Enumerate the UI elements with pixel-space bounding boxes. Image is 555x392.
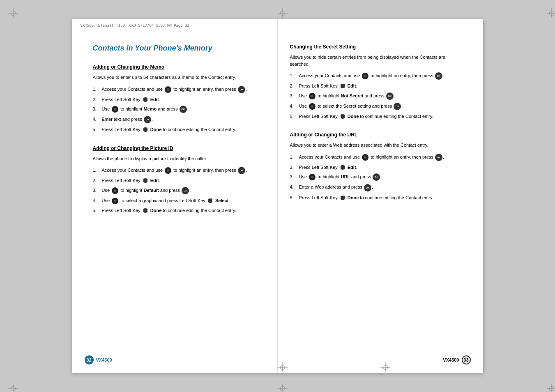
list-item: 1. Access your Contacts and use to highl… — [290, 72, 463, 80]
nav-icon — [309, 174, 315, 180]
section-picture-desc: Allows the phone to display a picture to… — [93, 155, 265, 162]
softkey-icon — [340, 114, 345, 120]
list-item: 5. Press Left Soft Key Done to continue … — [290, 113, 463, 120]
nav-icon — [165, 167, 171, 174]
right-column: Changing the Secret Setting Allows you t… — [278, 19, 483, 373]
list-item: 2. Press Left Soft Key Edit. — [93, 177, 265, 184]
section-memo-desc: Allows you to enter up to 64 characters … — [93, 74, 265, 81]
section-picture-id: Adding or Changing the Picture ID Allows… — [93, 145, 265, 214]
list-item: 1. Access your Contacts and use to highl… — [93, 86, 265, 93]
section-url: Adding or Changing the URL Allows you to… — [290, 132, 463, 201]
softkey-icon — [340, 83, 345, 89]
section-secret-desc: Allows you to hide certain entries from … — [290, 54, 463, 67]
page-title: Contacts in Your Phone's Memory — [93, 44, 265, 53]
ok-icon — [180, 106, 187, 113]
nav-icon — [362, 154, 368, 161]
list-item: 3. Use to highlight Not Secret and press… — [290, 92, 463, 100]
softkey-icon — [143, 178, 148, 184]
list-item: 4. Enter text and press . — [93, 116, 265, 123]
main-page: VX4500-(E)Small (1.3).QXD 8/17/04 5:07 P… — [72, 19, 483, 373]
ok-icon — [435, 72, 442, 80]
list-item: 3. Use to highlight Default and press . — [93, 187, 265, 194]
softkey-icon — [340, 165, 345, 171]
ok-icon — [238, 167, 245, 174]
ok-icon — [182, 187, 189, 194]
list-item: 2. Press Left Soft Key Edit. — [290, 164, 463, 171]
nav-icon — [309, 93, 315, 99]
list-item: 2. Press Left Soft Key Edit. — [290, 83, 463, 90]
list-item: 1. Access your Contacts and use to highl… — [93, 167, 265, 174]
ok-icon — [386, 92, 394, 100]
section-url-steps: 1. Access your Contacts and use to highl… — [290, 154, 463, 201]
list-item: 1. Access your Contacts and use to highl… — [290, 154, 463, 161]
right-page-label: VX4500 — [443, 357, 459, 362]
section-secret-title: Changing the Secret Setting — [290, 44, 463, 50]
section-memo-title: Adding or Changing the Memo — [93, 64, 265, 70]
section-secret-steps: 1. Access your Contacts and use to highl… — [290, 72, 463, 120]
ok-icon — [373, 173, 380, 181]
list-item: 4. Enter a Web address and press . — [290, 184, 463, 191]
nav-icon — [309, 103, 315, 110]
page-num-left: 32 VX4500 — [85, 355, 112, 364]
list-item: 5. Press Left Soft Key Done to continue … — [93, 126, 265, 133]
ok-icon — [394, 103, 401, 110]
list-item: 4. Use to select the Secret setting and … — [290, 103, 463, 110]
ok-icon — [364, 184, 371, 191]
list-item: 2. Press Left Soft Key Edit. — [93, 96, 265, 103]
ok-icon — [435, 154, 442, 161]
nav-icon — [112, 187, 118, 194]
section-url-title: Adding or Changing the URL — [290, 132, 463, 138]
nav-icon — [362, 73, 368, 79]
ok-icon — [238, 86, 245, 93]
left-column: Contacts in Your Phone's Memory Adding o… — [72, 19, 278, 373]
left-page-label: VX4500 — [96, 357, 112, 362]
page-num-right: VX4500 33 — [443, 355, 470, 364]
section-memo-steps: 1. Access your Contacts and use to highl… — [93, 86, 265, 133]
list-item: 3. Use to highlight URL and press . — [290, 173, 463, 181]
section-url-desc: Allows you to enter a Web address associ… — [290, 142, 463, 149]
nav-icon — [165, 86, 171, 93]
softkey-icon — [143, 208, 148, 214]
list-item: 5. Press Left Soft Key Done to continue … — [93, 207, 265, 214]
softkey-icon — [143, 97, 148, 103]
section-picture-steps: 1. Access your Contacts and use to highl… — [93, 167, 265, 214]
list-item: 4. Use to select a graphic and press Lef… — [93, 197, 265, 204]
ok-icon — [144, 116, 151, 123]
list-item: 3. Use to highlight Memo and press . — [93, 106, 265, 113]
nav-icon — [112, 198, 118, 204]
left-page-number-circle: 32 — [85, 355, 94, 364]
nav-icon — [112, 106, 118, 113]
right-page-number-circle: 33 — [462, 355, 471, 364]
page-wrapper: VX4500-(E)Small (1.3).QXD 8/17/04 5:07 P… — [0, 0, 555, 392]
section-picture-title: Adding or Changing the Picture ID — [93, 145, 265, 151]
list-item: 5. Press Left Soft Key Done to continue … — [290, 194, 463, 201]
section-secret: Changing the Secret Setting Allows you t… — [290, 44, 463, 120]
softkey-icon — [207, 198, 213, 204]
softkey-icon — [340, 195, 345, 201]
softkey-icon — [143, 127, 148, 133]
section-memo: Adding or Changing the Memo Allows you t… — [93, 64, 265, 133]
